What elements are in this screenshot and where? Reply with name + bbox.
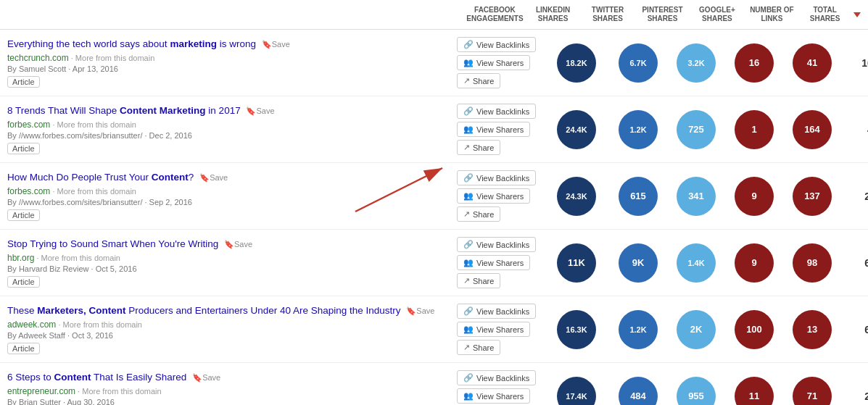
stat-tw: 1.4K (667, 243, 725, 283)
circle-li: 6.7K (619, 43, 658, 83)
article-actions: 🔗View Backlinks👥View Sharers↗Share (457, 170, 544, 222)
circle-li: 484 (619, 377, 658, 406)
article-title[interactable]: Stop Trying to Sound Smart When You're W… (7, 238, 450, 251)
stat-links: 29 (841, 391, 868, 402)
article-author: By Harvard Biz Review · Oct 5, 2016 (7, 264, 450, 273)
circle-pi: 16 (735, 43, 774, 83)
share-button[interactable]: ↗Share (457, 206, 500, 222)
circle-tw: 2K (677, 310, 716, 349)
header-ts[interactable]: TOTAL SHARES (799, 6, 861, 23)
stat-fb: 24.4K (544, 110, 609, 149)
article-stats: 11K9K1.4K9986221.6K (544, 243, 868, 283)
share-button[interactable]: ↗Share (457, 340, 500, 355)
view-backlinks-button-icon: 🔗 (463, 173, 474, 183)
save-button[interactable]: Save (256, 107, 274, 115)
share-button-icon: ↗ (463, 343, 470, 352)
more-from-domain[interactable]: · More from this domain (34, 254, 120, 262)
stat-gp: 41 (783, 43, 841, 83)
more-from-domain[interactable]: · More from this domain (75, 387, 162, 396)
header-pi: PINTERESTSHARES (635, 6, 690, 23)
view-sharers-button[interactable]: 👥View Sharers (457, 322, 530, 337)
save-button[interactable]: Save (210, 173, 228, 182)
view-backlinks-button-icon: 🔗 (463, 107, 474, 116)
article-info: These Marketers, Content Producers and E… (7, 304, 457, 355)
article-title[interactable]: 8 Trends That Will Shape Content Marketi… (7, 104, 450, 118)
share-button-icon: ↗ (463, 76, 470, 85)
article-info: How Much Do People Trust Your Content? 🔖… (7, 171, 457, 222)
view-backlinks-button[interactable]: 🔗View Backlinks (457, 104, 536, 119)
stat-links: 4 (841, 124, 868, 135)
article-title[interactable]: These Marketers, Content Producers and E… (7, 304, 450, 318)
view-backlinks-button[interactable]: 🔗View Backlinks (457, 370, 536, 385)
column-headers: FACEBOOKENGAGEMENTS LINKEDINSHARES TWITT… (0, 0, 868, 30)
save-button[interactable]: Save (234, 240, 252, 249)
article-stats: 17.4K48495511712918.9K (544, 377, 868, 406)
circle-fb: 24.3K (557, 177, 596, 216)
save-button[interactable]: Save (416, 306, 434, 315)
view-sharers-button[interactable]: 👥View Sharers (457, 255, 530, 270)
article-domain[interactable]: hbr.org · More from this domain (7, 253, 450, 263)
article-author: By Brian Sutter · Aug 30, 2016 (7, 398, 450, 405)
header-fb: FACEBOOKENGAGEMENTS (464, 6, 526, 23)
article-title[interactable]: How Much Do People Trust Your Content? 🔖… (7, 171, 450, 185)
save-button[interactable]: Save (272, 40, 290, 49)
stat-fb: 18.2K (544, 43, 609, 83)
stat-fb: 17.4K (544, 377, 609, 406)
share-button[interactable]: ↗Share (457, 273, 500, 288)
view-backlinks-button[interactable]: 🔗View Backlinks (457, 170, 536, 185)
more-from-domain[interactable]: · More from this domain (69, 54, 155, 62)
article-actions: 🔗View Backlinks👥View Sharers↗Share (457, 237, 544, 288)
article-domain[interactable]: adweek.com · More from this domain (7, 320, 450, 330)
article-info: 8 Trends That Will Shape Content Marketi… (7, 104, 457, 155)
view-sharers-button-icon: 👥 (463, 258, 474, 267)
stat-tw: 955 (667, 377, 725, 406)
circle-li: 1.2K (619, 110, 658, 149)
view-backlinks-button[interactable]: 🔗View Backlinks (457, 237, 536, 252)
article-author: By //www.forbes.com/sites/briansutter/ ·… (7, 131, 450, 140)
view-sharers-button[interactable]: 👥View Sharers (457, 388, 530, 404)
article-domain[interactable]: forbes.com · More from this domain (7, 186, 450, 196)
article-type-badge: Article (7, 76, 40, 88)
stat-fb: 16.3K (544, 310, 609, 349)
sort-arrow-icon[interactable] (853, 12, 861, 17)
article-domain[interactable]: entrepreneur.com · More from this domain (7, 386, 450, 396)
table-row: These Marketers, Content Producers and E… (0, 296, 868, 363)
article-type-badge: Article (7, 209, 40, 221)
view-sharers-button[interactable]: 👥View Sharers (457, 122, 530, 137)
table-row: Stop Trying to Sound Smart When You're W… (0, 230, 868, 296)
more-from-domain[interactable]: · More from this domain (50, 187, 136, 196)
article-title[interactable]: 6 Steps to Content That Is Easily Shared… (7, 371, 450, 385)
stat-li: 9K (609, 243, 667, 283)
save-icon: 🔖 (262, 39, 272, 50)
view-sharers-button[interactable]: 👥View Sharers (457, 188, 530, 204)
more-from-domain[interactable]: · More from this domain (56, 320, 142, 329)
article-title[interactable]: Everything the tech world says about mar… (7, 38, 450, 51)
view-sharers-button-icon: 👥 (463, 325, 474, 334)
stat-pi: 9 (725, 177, 783, 216)
view-backlinks-button-icon: 🔗 (463, 373, 474, 383)
links-value: 104 (861, 57, 868, 69)
header-gp: GOOGLE+SHARES (690, 6, 744, 23)
stat-gp: 164 (783, 110, 841, 149)
save-icon: 🔖 (192, 372, 202, 383)
share-button[interactable]: ↗Share (457, 73, 500, 88)
share-button[interactable]: ↗Share (457, 140, 500, 155)
total-shares-label: TOTAL SHARES (799, 6, 851, 23)
circle-gp: 164 (793, 110, 832, 149)
circle-tw: 725 (677, 110, 716, 149)
share-button-icon: ↗ (463, 143, 470, 152)
article-domain[interactable]: techcrunch.com · More from this domain (7, 53, 450, 63)
links-value: 62 (864, 257, 868, 269)
save-button[interactable]: Save (202, 373, 220, 382)
more-from-domain[interactable]: · More from this domain (50, 120, 136, 129)
article-domain[interactable]: forbes.com · More from this domain (7, 120, 450, 130)
stat-li: 1.2K (609, 110, 667, 149)
circle-li: 9K (619, 243, 658, 283)
stat-li: 6.7K (609, 43, 667, 83)
article-author: By Samuel Scott · Apr 13, 2016 (7, 64, 450, 73)
view-backlinks-button[interactable]: 🔗View Backlinks (457, 304, 536, 319)
circle-tw: 3.2K (677, 43, 716, 83)
table-row: 8 Trends That Will Shape Content Marketi… (0, 96, 868, 163)
view-sharers-button[interactable]: 👥View Sharers (457, 55, 530, 70)
view-backlinks-button[interactable]: 🔗View Backlinks (457, 37, 536, 52)
